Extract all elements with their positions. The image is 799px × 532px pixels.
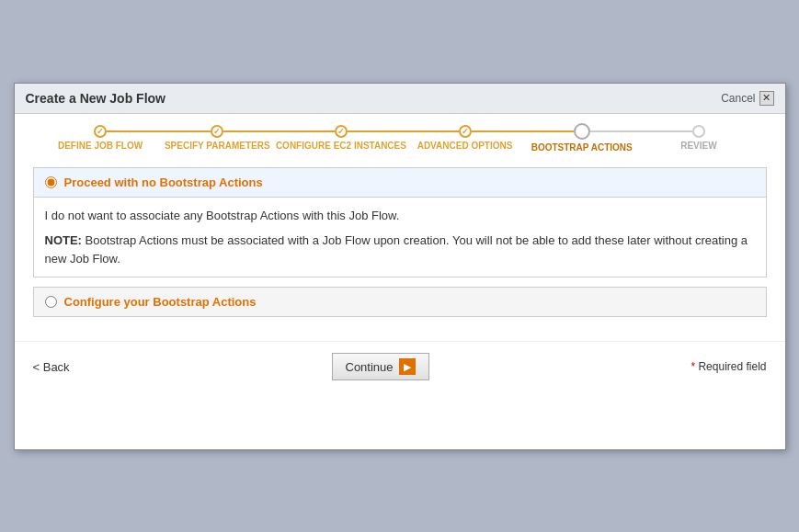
note-text: Bootstrap Actions must be associated wit… [45,233,748,266]
option-configure-bootstrap-label[interactable]: Configure your Bootstrap Actions [64,295,257,309]
continue-button[interactable]: Continue ▶ [332,353,429,380]
step-3-circle: ✓ [335,125,348,138]
step-bootstrap-actions: BOOTSTRAP ACTIONS [523,123,640,153]
cancel-area: Cancel ✕ [721,91,773,106]
step-define-job-flow: ✓ DEFINE JOB FLOW [42,125,159,151]
step-5-label: BOOTSTRAP ACTIONS [531,142,633,153]
line-2-3 [223,130,276,132]
option-no-bootstrap-content: I do not want to associate any Bootstrap… [34,198,766,277]
line-pre-6 [640,130,692,132]
step-6-circle [692,125,705,138]
dialog: Create a New Job Flow Cancel ✕ ✓ DEFINE … [14,83,786,450]
step-review: REVIEW [640,125,757,151]
step-5-circle [574,123,590,140]
required-label: Required field [695,360,766,373]
dialog-title: Create a New Job Flow [26,91,166,106]
line-1-2 [107,130,159,132]
option-no-bootstrap-radio[interactable] [45,176,57,188]
cancel-button[interactable]: Cancel [721,92,755,105]
close-icon[interactable]: ✕ [759,91,774,106]
dialog-footer: Back Continue ▶ * Required field [15,341,785,391]
option-configure-bootstrap-header: Configure your Bootstrap Actions [34,288,766,316]
step-2-circle: ✓ [211,125,223,138]
line-pre-3 [276,130,335,132]
step-2-label: SPECIFY PARAMETERS [165,141,270,151]
option-configure-bootstrap-radio[interactable] [45,296,57,308]
wizard-steps: ✓ DEFINE JOB FLOW ✓ SPECIFY PARAMETERS [15,114,785,153]
step-6-label: REVIEW [680,141,716,151]
option-no-bootstrap-label[interactable]: Proceed with no Bootstrap Actions [64,175,263,189]
line-4-5 [472,130,524,132]
step-1-label: DEFINE JOB FLOW [58,141,143,151]
step-4-label: ADVANCED OPTIONS [417,141,513,151]
line-5-6 [590,130,641,132]
step-3-check: ✓ [337,127,345,136]
step-advanced-options: ✓ ADVANCED OPTIONS [406,125,523,151]
line-pre-2 [159,130,211,132]
option-configure-bootstrap: Configure your Bootstrap Actions [33,287,767,317]
step-specify-parameters: ✓ SPECIFY PARAMETERS [159,125,276,151]
dialog-body: Proceed with no Bootstrap Actions I do n… [15,153,785,342]
step-1-circle: ✓ [94,125,107,138]
step-4-circle: ✓ [459,125,472,138]
line-3-4 [348,130,406,132]
required-field-text: * Required field [691,360,766,373]
option-no-bootstrap-text1: I do not want to associate any Bootstrap… [45,207,755,225]
option-no-bootstrap: Proceed with no Bootstrap Actions I do n… [33,167,767,278]
step-3-label: CONFIGURE EC2 INSTANCES [276,141,406,151]
back-button[interactable]: Back [33,360,70,374]
line-pre-4 [406,130,459,132]
footer-center: Continue ▶ [70,353,691,380]
dialog-header: Create a New Job Flow Cancel ✕ [15,84,785,114]
step-1-check: ✓ [97,127,104,136]
line-pre-5 [523,130,574,132]
option-no-bootstrap-note: NOTE: Bootstrap Actions must be associat… [45,232,755,267]
step-4-check: ✓ [462,127,469,136]
note-label: NOTE: [45,233,82,247]
step-2-check: ✓ [213,127,221,136]
continue-arrow-icon: ▶ [399,358,416,375]
continue-label: Continue [346,360,394,374]
step-configure-ec2: ✓ CONFIGURE EC2 INSTANCES [276,125,406,151]
option-no-bootstrap-header: Proceed with no Bootstrap Actions [34,168,766,198]
